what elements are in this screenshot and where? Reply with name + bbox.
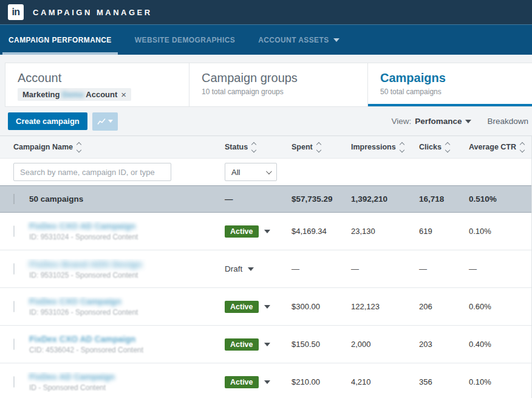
- sort-icon: [317, 143, 321, 152]
- status-badge: Active: [225, 376, 259, 388]
- totals-status: —: [225, 194, 292, 204]
- chart-view-button[interactable]: [92, 112, 118, 131]
- status-filter-value: All: [231, 168, 240, 177]
- sort-icon: [446, 143, 449, 152]
- totals-clicks: 16,718: [419, 194, 469, 204]
- campaigns-table: Campaign Name Status Spent Impressions C…: [0, 136, 532, 398]
- chevron-down-icon: [264, 230, 270, 233]
- table-header-row: Campaign Name Status Spent Impressions C…: [0, 136, 531, 159]
- linkedin-logo-icon: in: [8, 4, 24, 20]
- column-header-spent[interactable]: Spent: [292, 143, 351, 152]
- chevron-down-icon: [264, 343, 270, 346]
- ctr-value: —: [469, 264, 531, 273]
- table-row: FixDex CXO AD Campaign CID: 4536042 - Sp…: [0, 326, 531, 363]
- spent-value: —: [292, 264, 351, 273]
- account-chip-label: Marketing Demo Account: [22, 90, 117, 99]
- table-row: FixDex CXO Campaign ID: 9531026 - Sponso…: [0, 288, 531, 326]
- account-chip[interactable]: Marketing Demo Account ×: [18, 88, 131, 101]
- status-dropdown[interactable]: Draft: [225, 264, 292, 273]
- table-row: FixDex AD Campaign ID - Sponsored Conten…: [0, 363, 531, 398]
- campaign-name-link[interactable]: FixDex CXO AD Campaign: [29, 221, 225, 231]
- ctr-value: 0.40%: [469, 340, 531, 349]
- column-header-clicks[interactable]: Clicks: [419, 143, 469, 152]
- table-toolbar: Create campaign View: Perfomance Breakdo…: [0, 107, 532, 136]
- table-filter-row: All: [0, 159, 531, 185]
- totals-spent: $57,735.29: [292, 194, 351, 204]
- tab-campaign-performance[interactable]: CAMPAIGN PERFORMANCE: [5, 25, 115, 55]
- clicks-value: 203: [419, 340, 469, 349]
- chevron-down-icon: [264, 380, 270, 384]
- view-selector[interactable]: View: Perfomance: [391, 117, 471, 126]
- ctr-value: 0.60%: [469, 302, 531, 311]
- campaigns-card[interactable]: Campaigns 50 total campaigns: [367, 63, 532, 106]
- impressions-value: 23,130: [351, 227, 419, 236]
- clicks-value: 206: [419, 302, 469, 311]
- campaign-name-link[interactable]: FixDex AD Campaign: [29, 372, 225, 382]
- chevron-down-icon: [333, 38, 339, 42]
- column-header-status[interactable]: Status: [225, 143, 292, 152]
- campaign-id-subtitle: ID: 9531024 - Sponsored Content: [29, 233, 225, 241]
- sort-icon: [252, 143, 256, 152]
- account-card-title: Account: [18, 71, 177, 84]
- totals-impressions: 1,392,210: [351, 194, 419, 204]
- campaign-name-link[interactable]: FixDex CXO Campaign: [29, 297, 225, 306]
- row-checkbox[interactable]: [13, 376, 15, 388]
- chevron-down-icon: [266, 168, 272, 174]
- view-label: View:: [391, 117, 411, 126]
- clicks-value: —: [419, 264, 469, 273]
- status-dropdown[interactable]: Active: [225, 338, 292, 351]
- sort-icon: [400, 143, 404, 152]
- impressions-value: 4,210: [351, 377, 419, 386]
- ctr-value: 0.10%: [469, 227, 531, 236]
- account-chip-redacted: Demo: [62, 90, 84, 99]
- sort-icon: [77, 143, 81, 152]
- totals-row: 50 campaigns — $57,735.29 1,392,210 16,7…: [0, 185, 531, 213]
- sort-icon: [520, 143, 524, 152]
- row-checkbox[interactable]: [13, 225, 15, 237]
- tab-account-assets[interactable]: ACCOUNT ASSETS: [254, 25, 343, 55]
- account-card[interactable]: Account Marketing Demo Account ×: [5, 63, 189, 106]
- breakdown-button[interactable]: Breakdown: [487, 117, 528, 126]
- row-checkbox[interactable]: [13, 338, 15, 350]
- spent-value: $210.00: [292, 377, 351, 386]
- ctr-value: 0.10%: [469, 377, 531, 386]
- column-header-campaign-name[interactable]: Campaign Name: [0, 143, 225, 152]
- status-dropdown[interactable]: Active: [225, 301, 292, 313]
- column-header-average-ctr[interactable]: Average CTR: [469, 143, 531, 152]
- impressions-value: —: [351, 264, 419, 273]
- close-icon[interactable]: ×: [121, 90, 126, 99]
- create-campaign-button[interactable]: Create campaign: [8, 112, 87, 130]
- status-dropdown[interactable]: Active: [225, 225, 292, 238]
- row-checkbox[interactable]: [13, 301, 15, 312]
- chart-line-icon: [97, 118, 106, 125]
- status-filter-select[interactable]: All: [225, 163, 277, 181]
- content-area: Account Marketing Demo Account × Campaig…: [0, 55, 532, 136]
- row-checkbox[interactable]: [13, 263, 15, 275]
- status-badge: Active: [225, 301, 259, 313]
- chevron-down-icon: [465, 120, 471, 123]
- select-all-checkbox[interactable]: [13, 193, 15, 205]
- campaign-groups-title: Campaign groups: [202, 71, 355, 84]
- top-app-bar: in CAMPAIGN MANAGER: [0, 0, 532, 24]
- campaign-id-subtitle: ID: 9531025 - Sponsored Content: [29, 271, 225, 280]
- spent-value: $4,169.34: [292, 227, 351, 236]
- tab-label: CAMPAIGN PERFORMANCE: [9, 36, 112, 44]
- chevron-down-icon: [248, 267, 254, 271]
- campaign-groups-card[interactable]: Campaign groups 10 total campaign groups: [189, 63, 367, 106]
- table-row: FixDex CXO AD Campaign ID: 9531024 - Spo…: [0, 213, 531, 250]
- campaign-name-link[interactable]: FixDex CXO AD Campaign: [29, 334, 225, 344]
- tab-label: ACCOUNT ASSETS: [258, 36, 329, 44]
- totals-ctr: 0.510%: [469, 194, 531, 204]
- status-badge: Active: [225, 225, 259, 238]
- spent-value: $300.00: [292, 302, 351, 311]
- column-header-impressions[interactable]: Impressions: [351, 143, 419, 152]
- status-dropdown[interactable]: Active: [225, 376, 292, 388]
- campaign-id-subtitle: CID: 4536042 - Sponsored Content: [29, 346, 225, 354]
- campaign-name-link[interactable]: FixDex Brand ADS Design: [29, 259, 225, 269]
- tab-website-demographics[interactable]: WEBSITE DEMOGRAPHICS: [131, 25, 239, 55]
- spent-value: $150.50: [292, 340, 351, 349]
- clicks-value: 619: [419, 227, 469, 236]
- totals-label: 50 campaigns: [24, 194, 225, 204]
- campaigns-title: Campaigns: [380, 71, 520, 84]
- search-input[interactable]: [13, 163, 171, 181]
